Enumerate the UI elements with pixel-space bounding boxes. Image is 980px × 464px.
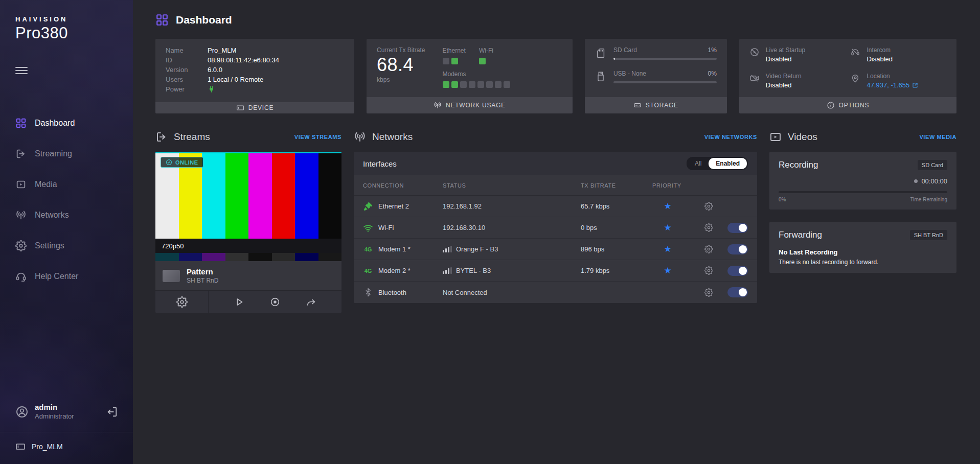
status-square — [495, 81, 502, 88]
interface-settings-icon[interactable] — [704, 245, 713, 253]
priority-star-icon[interactable]: ★ — [663, 223, 673, 232]
sidebar: HAIVISION Pro380 Dashboard Streaming — [0, 0, 133, 464]
main-content: Dashboard Name Pro_MLM ID 08:98:08:11:42… — [133, 0, 980, 464]
interface-toggle[interactable] — [727, 223, 748, 233]
ethernet-status-squares — [443, 58, 466, 64]
device-footer-button[interactable]: DEVICE — [155, 102, 354, 113]
network-usage-footer-label: NETWORK USAGE — [446, 102, 506, 109]
network-usage-footer-button[interactable]: NETWORK USAGE — [367, 97, 573, 113]
view-networks-link[interactable]: VIEW NETWORKS — [704, 134, 757, 140]
device-users-label: Users — [166, 76, 208, 83]
recording-card: Recording SD Card 00:00:00 0% Time Remai… — [769, 152, 956, 210]
usb-label: USB - None — [613, 70, 646, 77]
status-square — [451, 58, 458, 64]
sidebar-nav: Dashboard Streaming Media Networks — [0, 108, 133, 292]
interface-toggle[interactable] — [727, 244, 748, 254]
time-remaining-label: Time Remaining — [910, 197, 947, 202]
streams-title: Streams — [174, 131, 210, 143]
status-square — [477, 81, 484, 88]
play-disabled-icon — [749, 47, 760, 57]
interface-toggle[interactable] — [727, 287, 748, 297]
power-plug-icon — [208, 85, 215, 93]
interface-settings-icon[interactable] — [704, 266, 713, 275]
device-users-value: 1 Local / 0 Remote — [208, 76, 344, 83]
stream-thumbnail[interactable]: 720p50 ONLINE — [155, 152, 341, 261]
signal-bars-icon — [443, 246, 452, 252]
interface-settings-icon[interactable] — [704, 288, 713, 297]
interfaces-title: Interfaces — [363, 159, 397, 168]
device-name-value: Pro_MLM — [208, 47, 344, 54]
option-label: Live at Startup — [766, 47, 805, 54]
wifi-label: Wi-Fi — [479, 47, 493, 54]
recording-title: Recording — [779, 160, 818, 170]
ethernet-label: Ethernet — [443, 47, 466, 54]
media-icon — [15, 179, 27, 190]
video-play-icon — [769, 131, 782, 143]
wifi-status-squares — [479, 58, 493, 64]
connection-name: Modem 1 * — [378, 245, 411, 253]
interface-settings-icon[interactable] — [704, 202, 713, 211]
streams-column: Streams VIEW STREAMS 720p50 — [155, 113, 341, 313]
interface-toggle[interactable] — [727, 266, 748, 276]
stream-out-icon — [15, 148, 27, 159]
connection-name: Ethernet 2 — [378, 202, 409, 210]
priority-star-icon[interactable]: ★ — [663, 245, 673, 253]
brand-logo: HAIVISION Pro380 — [0, 15, 133, 42]
sidebar-item-label: Settings — [35, 241, 64, 250]
device-name-label: Name — [166, 47, 208, 54]
sidebar-item-networks[interactable]: Networks — [0, 200, 133, 230]
recording-target-badge: SD Card — [918, 160, 947, 170]
storage-footer-label: STORAGE — [646, 102, 678, 109]
forward-button[interactable] — [306, 296, 317, 308]
resolution-band: 720p50 — [155, 239, 341, 253]
ethernet-status: Ethernet — [443, 47, 466, 64]
device-footer-label: DEVICE — [248, 104, 274, 111]
stream-settings-icon[interactable] — [176, 296, 188, 308]
brand-name: HAIVISION — [15, 15, 118, 23]
connection-status: Orange F - B3 — [456, 245, 498, 253]
device-power-value — [208, 85, 344, 95]
record-button[interactable] — [269, 296, 281, 308]
sidebar-item-streaming[interactable]: Streaming — [0, 138, 133, 169]
connection-status: Not Connected — [443, 289, 487, 296]
menu-toggle-button[interactable] — [15, 65, 28, 76]
view-streams-link[interactable]: VIEW STREAMS — [294, 134, 341, 140]
stream-out-icon — [155, 131, 168, 143]
storage-card-body: SD Card 1% USB - None — [585, 39, 727, 97]
tx-bitrate-label: Current Tx Bitrate — [377, 47, 425, 54]
network-usage-card: Current Tx Bitrate 68.4 kbps Ethernet Wi… — [367, 39, 573, 113]
storage-footer-button[interactable]: STORAGE — [585, 97, 727, 113]
product-name: Pro380 — [15, 24, 118, 42]
sidebar-item-dashboard[interactable]: Dashboard — [0, 108, 133, 138]
connection-status: BYTEL - B3 — [456, 267, 491, 274]
location-link[interactable]: 47.937, -1.655 — [867, 81, 918, 89]
videos-title: Videos — [788, 131, 817, 143]
4g-icon: 4G — [363, 268, 373, 274]
bluetooth-icon — [363, 287, 373, 297]
view-media-link[interactable]: VIEW MEDIA — [919, 134, 956, 140]
storage-icon — [633, 101, 642, 109]
device-card: Name Pro_MLM ID 08:98:08:11:42:e6:80:34 … — [155, 39, 354, 113]
user-account[interactable]: admin Administrator — [0, 403, 133, 421]
video-disabled-icon — [749, 73, 760, 83]
play-stream-button[interactable] — [234, 296, 245, 308]
table-row-ethernet2: Ethernet 2 192.168.1.92 65.7 kbps ★ — [354, 196, 757, 217]
page-header: Dashboard — [155, 0, 956, 39]
priority-star-icon[interactable]: ★ — [663, 266, 673, 275]
forwarding-detail: There is no last recording to forward. — [779, 259, 947, 266]
stream-subtitle: SH BT RnD — [187, 277, 218, 284]
filter-enabled-button[interactable]: Enabled — [709, 158, 747, 169]
priority-star-icon[interactable]: ★ — [663, 202, 673, 211]
interface-settings-icon[interactable] — [704, 223, 713, 232]
options-footer-button[interactable]: OPTIONS — [739, 97, 956, 113]
avatar-icon — [15, 405, 29, 419]
options-footer-label: OPTIONS — [839, 102, 870, 109]
sidebar-item-settings[interactable]: Settings — [0, 230, 133, 261]
sidebar-item-help-center[interactable]: Help Center — [0, 261, 133, 292]
filter-all-button[interactable]: All — [688, 158, 709, 169]
sidebar-item-media[interactable]: Media — [0, 169, 133, 200]
connection-bitrate: 896 bps — [581, 245, 652, 253]
networks-column: Networks VIEW NETWORKS Interfaces All En… — [354, 113, 757, 303]
options-card: Live at Startup Disabled Intercom Disabl… — [739, 39, 956, 113]
logout-icon[interactable] — [106, 406, 118, 417]
